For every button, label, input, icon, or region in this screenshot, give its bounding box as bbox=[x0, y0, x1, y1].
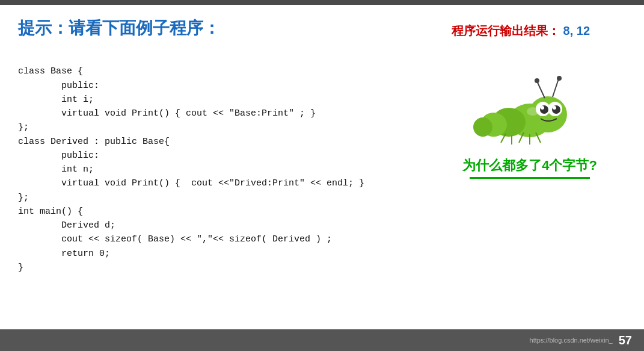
svg-point-3 bbox=[473, 117, 492, 137]
left-panel: 提示：请看下面例子程序： class Base { public: int i;… bbox=[18, 17, 434, 317]
question-underline bbox=[470, 177, 590, 179]
code-block: class Base { public: int i; virtual void… bbox=[18, 51, 434, 275]
svg-point-14 bbox=[557, 76, 562, 81]
result-container: 程序运行输出结果： 8, 12 bbox=[440, 23, 590, 39]
result-label: 程序运行输出结果： 8, 12 bbox=[452, 24, 590, 37]
slide: 提示：请看下面例子程序： class Base { public: int i;… bbox=[0, 0, 644, 351]
slide-bottom: https://blog.csdn.net/weixin_ 57 bbox=[0, 329, 644, 351]
svg-point-20 bbox=[527, 107, 539, 116]
svg-point-9 bbox=[541, 106, 544, 110]
caterpillar-svg bbox=[470, 51, 590, 148]
page-number: 57 bbox=[619, 334, 632, 347]
content-area: 提示：请看下面例子程序： class Base { public: int i;… bbox=[0, 5, 644, 329]
bottom-question: 为什么都多了4个字节? bbox=[462, 157, 597, 175]
svg-line-11 bbox=[537, 81, 545, 98]
slide-title: 提示：请看下面例子程序： bbox=[18, 19, 220, 37]
question-container: 为什么都多了4个字节? bbox=[462, 154, 597, 179]
svg-point-10 bbox=[553, 106, 556, 110]
svg-line-13 bbox=[553, 79, 559, 97]
caterpillar-illustration bbox=[470, 51, 590, 148]
watermark: https://blog.csdn.net/weixin_ bbox=[530, 337, 613, 344]
header-bar bbox=[0, 0, 644, 5]
result-value: 8, 12 bbox=[563, 24, 590, 37]
watermark-text: https://blog.csdn.net/weixin_ bbox=[530, 337, 613, 344]
right-panel: 程序运行输出结果： 8, 12 bbox=[434, 17, 626, 317]
svg-point-12 bbox=[535, 78, 539, 83]
result-label-text: 程序运行输出结果： bbox=[452, 24, 560, 37]
title-section: 提示：请看下面例子程序： bbox=[18, 17, 434, 40]
